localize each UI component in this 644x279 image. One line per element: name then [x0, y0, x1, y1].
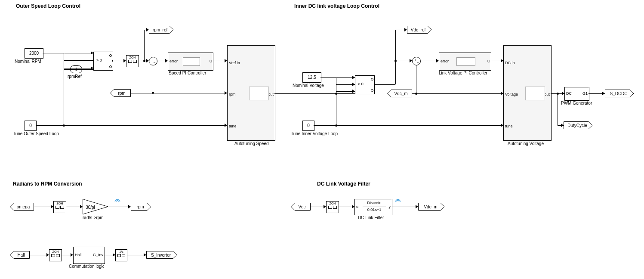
subsystem-speed-pi[interactable]: error u	[168, 53, 213, 71]
label-nominal-rpm: Nominal RPM	[15, 59, 41, 64]
rate-transition-5[interactable]: ZOH	[326, 201, 339, 213]
svg-text:−: −	[154, 61, 156, 65]
diagram-canvas: Outer Speed Loop Control Inner DC link v…	[0, 0, 644, 279]
svg-text:Vdc_ref: Vdc_ref	[411, 28, 426, 32]
transfer-fn-dc-filter[interactable]: u y Discrete 0.01s+1	[354, 199, 392, 215]
subsystem-autotuning-speed[interactable]: Vref in rpm tune Vref out	[227, 45, 275, 141]
subsystem-commutation[interactable]: Hall G_Inv	[73, 247, 105, 264]
constant-nominal-rpm[interactable]: 2000	[25, 48, 43, 59]
constant-tune-inner[interactable]: 0	[302, 121, 314, 131]
rate-transition-4[interactable]: 1/z	[115, 249, 127, 261]
label-pwm-generator: PWM Generator	[561, 101, 592, 105]
label-autotuning-voltage: Autotuning Voltage	[508, 141, 544, 146]
rate-transition-2[interactable]: ZOH	[53, 201, 66, 213]
svg-text:Vdc_m: Vdc_m	[424, 205, 437, 209]
gain-rad-to-rpm[interactable]: 30/pi	[83, 199, 108, 214]
goto-vdc-ref[interactable]: Vdc_ref	[407, 26, 432, 34]
from-vdc[interactable]: Vdc	[291, 203, 311, 211]
label-link-pi: Link Voltage PI Controller	[439, 71, 487, 75]
rate-transition-1[interactable]: ZOH	[126, 55, 139, 67]
svg-text:+: +	[414, 58, 416, 62]
goto-s-inverter[interactable]: S_Inverter	[146, 251, 177, 259]
signal-log-icon-2	[395, 197, 401, 202]
from-vdc-m[interactable]: Vdc_m	[387, 90, 412, 97]
sum-voltage[interactable]: + −	[412, 57, 421, 65]
from-rpm[interactable]: rpm	[110, 89, 131, 97]
title-rad-to-rpm: Radians to RPM Conversion	[13, 181, 82, 187]
svg-text:S_DCDC: S_DCDC	[610, 91, 627, 96]
svg-text:Hall: Hall	[17, 253, 25, 257]
constant-tune-outer[interactable]: 0	[25, 121, 37, 131]
label-nominal-voltage: Nominal Voltage	[293, 83, 324, 88]
goto-vdc-m[interactable]: Vdc_m	[418, 203, 445, 211]
from-hall[interactable]: Hall	[10, 251, 30, 259]
svg-text:−: −	[417, 61, 419, 65]
svg-text:+: +	[151, 58, 153, 62]
subsystem-pwm-generator[interactable]: DC G1	[564, 87, 589, 101]
subsystem-autotuning-voltage[interactable]: DC in Voltage tune DC out	[503, 45, 552, 141]
label-tune-outer: Tune Outer Speed Loop	[13, 131, 59, 136]
svg-text:30/pi: 30/pi	[86, 205, 95, 210]
signal-log-icon	[114, 197, 120, 202]
subsystem-link-pi[interactable]: error u	[439, 53, 491, 71]
title-outer-loop: Outer Speed Loop Control	[16, 3, 80, 9]
label-gain: rad/s->rpm	[83, 215, 104, 220]
rate-transition-3[interactable]: ZOH	[49, 249, 62, 261]
svg-text:rpm: rpm	[118, 91, 125, 96]
goto-rpm[interactable]: rpm	[131, 203, 151, 211]
label-rpmref: rpmRef	[68, 74, 82, 79]
label-speed-pi: Speed PI Controller	[169, 71, 206, 75]
svg-text:rpm_ref: rpm_ref	[153, 28, 168, 32]
title-dc-filter: DC Link Voltage Filter	[317, 181, 370, 187]
goto-s-dcdc[interactable]: S_DCDC	[605, 90, 634, 97]
switch-voltage[interactable]: > 0	[355, 75, 375, 94]
goto-rpm-ref[interactable]: rpm_ref	[149, 26, 174, 34]
from-omega[interactable]: omega	[10, 203, 34, 211]
svg-point-3	[149, 57, 157, 65]
label-tune-inner: Tune Inner Voltage Loop	[291, 131, 338, 136]
goto-dutycycle[interactable]: DutyCycle	[564, 121, 593, 129]
sum-speed[interactable]: + −	[149, 57, 157, 65]
svg-text:rpm: rpm	[136, 205, 144, 209]
switch-speed[interactable]: > 0	[93, 52, 113, 71]
svg-text:DutyCycle: DutyCycle	[567, 123, 587, 128]
title-inner-loop: Inner DC link voltage Loop Control	[294, 3, 379, 9]
svg-text:omega: omega	[17, 205, 30, 209]
svg-text:S_Inverter: S_Inverter	[151, 253, 171, 257]
svg-point-8	[413, 57, 421, 65]
constant-nominal-voltage[interactable]: 12.5	[302, 72, 321, 83]
svg-text:Vdc: Vdc	[298, 205, 305, 209]
label-dc-filter: DC Link Filter	[358, 215, 384, 220]
label-commutation: Commutation logic	[69, 264, 105, 269]
svg-text:Vdc_m: Vdc_m	[394, 91, 407, 96]
label-autotuning-speed: Autotuning Speed	[234, 141, 269, 146]
